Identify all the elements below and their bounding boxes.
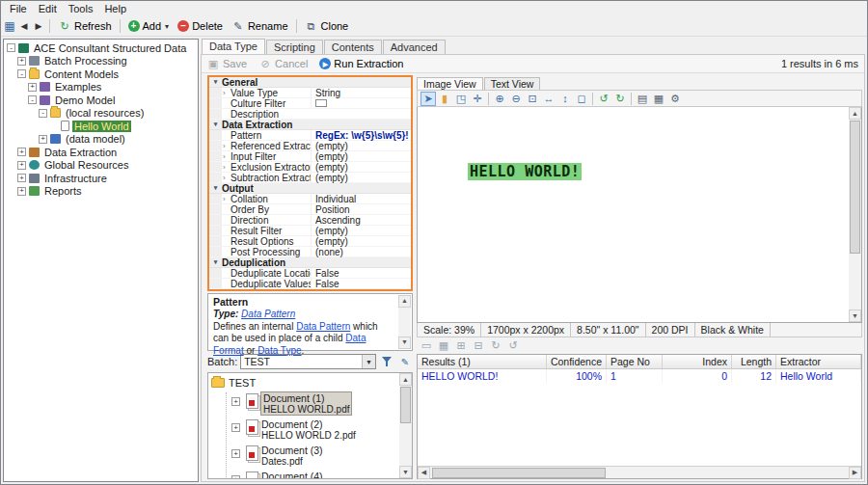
scroll-down-icon[interactable]: ▼ bbox=[849, 310, 861, 322]
column-header-extractor[interactable]: Extractor bbox=[776, 355, 861, 368]
property-value[interactable] bbox=[311, 98, 411, 109]
property-row[interactable]: ›Referenced Extractors(empty) bbox=[209, 141, 411, 151]
property-value[interactable]: (empty) bbox=[311, 141, 411, 151]
fit-height-icon[interactable]: ↕ bbox=[557, 92, 573, 106]
doc-expand-icon[interactable]: + bbox=[231, 397, 240, 406]
clone-button[interactable]: ⧉ Clone bbox=[301, 18, 353, 34]
zoom-out-icon[interactable]: ⊖ bbox=[508, 92, 524, 106]
canvas-scrollbar[interactable]: ▲ ▼ bbox=[849, 107, 861, 322]
add-dropdown-icon[interactable]: ▾ bbox=[165, 22, 169, 31]
nav-back-icon[interactable]: ◀ bbox=[17, 19, 31, 33]
save-view-icon[interactable]: ▦ bbox=[651, 92, 666, 106]
run-extraction-button[interactable]: ▶ Run Extraction bbox=[314, 57, 408, 70]
scroll-left-icon[interactable]: ◀ bbox=[418, 467, 430, 479]
property-row[interactable]: Description bbox=[209, 109, 411, 120]
rotate-left-icon[interactable]: ↺ bbox=[596, 92, 611, 106]
doc-expand-icon[interactable]: + bbox=[231, 423, 240, 432]
expander-icon[interactable]: › bbox=[223, 152, 229, 161]
tree-toggle-icon[interactable]: + bbox=[39, 135, 47, 144]
tree-item[interactable]: -ACE Consultant Structured Data bbox=[4, 41, 198, 55]
property-row[interactable]: ›CollationIndividual bbox=[209, 194, 411, 204]
property-value[interactable]: (empty) bbox=[311, 236, 411, 247]
tree-toggle-icon[interactable]: - bbox=[17, 69, 26, 78]
tab-data-type[interactable]: Data Type bbox=[202, 39, 265, 54]
reload-icon[interactable]: ↻ bbox=[488, 338, 503, 353]
property-category[interactable]: ▾General bbox=[209, 77, 411, 88]
tab-scripting[interactable]: Scripting bbox=[266, 40, 323, 54]
property-value[interactable]: String bbox=[311, 88, 411, 98]
expander-icon[interactable]: › bbox=[223, 174, 229, 182]
zone-clear-icon[interactable]: ⊟ bbox=[471, 338, 486, 353]
scroll-right-icon[interactable]: ▶ bbox=[849, 467, 861, 479]
tree-toggle-icon[interactable]: - bbox=[7, 43, 15, 52]
property-row[interactable]: ›Input Filter(empty) bbox=[209, 151, 411, 162]
scroll-down-icon[interactable]: ▼ bbox=[398, 337, 411, 349]
doc-expand-icon[interactable]: + bbox=[231, 475, 240, 479]
batch-filter-icon[interactable] bbox=[379, 354, 394, 369]
batch-document[interactable]: +Document (4)HELLO WORLD 3.pdf bbox=[231, 471, 397, 479]
tree-toggle-icon[interactable]: + bbox=[28, 83, 37, 92]
property-row[interactable]: ›Value TypeString bbox=[209, 88, 411, 98]
zoom-actual-icon[interactable]: ⊡ bbox=[525, 92, 540, 106]
column-header-page-no[interactable]: Page No bbox=[607, 355, 663, 368]
property-value[interactable]: (none) bbox=[311, 247, 411, 257]
column-header-confidence[interactable]: Confidence bbox=[547, 355, 607, 368]
property-category[interactable]: ▾Output bbox=[209, 183, 411, 194]
zoom-window-icon[interactable]: ◳ bbox=[453, 92, 469, 106]
zoom-in-icon[interactable]: ⊕ bbox=[492, 92, 507, 106]
document-canvas[interactable]: HELLO WORLD! ▲ ▼ bbox=[417, 107, 862, 323]
add-button[interactable]: + Add ▾ bbox=[124, 19, 174, 33]
property-row[interactable]: Deduplicate LocationsFalse bbox=[209, 268, 411, 279]
scrollbar-thumb[interactable] bbox=[850, 121, 860, 254]
result-row[interactable]: HELLO WORLD!100%1012Hello World bbox=[418, 369, 861, 383]
document-label[interactable]: Document (2)HELLO WORLD 2.pdf bbox=[261, 418, 356, 441]
property-row[interactable]: Post Processing(none) bbox=[209, 247, 411, 257]
property-row[interactable]: ›Exclusion Extractor(empty) bbox=[209, 162, 411, 173]
batch-document[interactable]: +Document (2)HELLO WORLD 2.pdf bbox=[231, 418, 397, 441]
property-row[interactable]: PatternRegEx: \w{5}\s\w{5}! bbox=[209, 130, 411, 141]
property-row[interactable]: Order ByPosition bbox=[209, 204, 411, 215]
property-value[interactable]: Position bbox=[311, 204, 411, 215]
expander-icon[interactable]: › bbox=[223, 163, 229, 172]
column-header-index[interactable]: Index bbox=[663, 355, 732, 368]
batch-document[interactable]: +Document (1)HELLO WORLD.pdf bbox=[231, 392, 397, 415]
scrollbar-thumb[interactable] bbox=[432, 468, 606, 478]
property-row[interactable]: ›Subtraction Extractor(empty) bbox=[209, 173, 411, 183]
tree-toggle-icon[interactable]: + bbox=[17, 57, 26, 66]
batch-edit-icon[interactable]: ✎ bbox=[397, 354, 413, 369]
document-label[interactable]: Document (3)Dates.pdf bbox=[261, 445, 323, 467]
batch-tree-scrollbar[interactable]: ▲ ▼ bbox=[399, 373, 412, 478]
property-row[interactable]: Culture Filter bbox=[209, 98, 411, 109]
menu-tools[interactable]: Tools bbox=[63, 2, 99, 15]
tree-panel-toggle-icon[interactable]: ▦ bbox=[3, 19, 16, 33]
tab-contents[interactable]: Contents bbox=[324, 40, 382, 54]
tree-toggle-icon[interactable]: + bbox=[17, 161, 26, 170]
tab-image-view[interactable]: Image View bbox=[417, 77, 483, 90]
zone-add-icon[interactable]: ⊞ bbox=[453, 338, 469, 353]
property-row[interactable]: Result Options(empty) bbox=[209, 236, 411, 247]
tree-item[interactable]: +Infrastructure bbox=[4, 172, 198, 185]
fit-page-icon[interactable]: ◻ bbox=[574, 92, 589, 106]
zone-grid-icon[interactable]: ▦ bbox=[436, 338, 451, 353]
scroll-up-icon[interactable]: ▲ bbox=[399, 373, 412, 386]
empty-value-box[interactable] bbox=[315, 99, 327, 107]
save-button[interactable]: ▣ Save bbox=[202, 56, 252, 71]
tree-item[interactable]: -(local resources) bbox=[4, 107, 198, 121]
scroll-up-icon[interactable]: ▲ bbox=[849, 107, 861, 120]
property-value[interactable]: RegEx: \w{5}\s\w{5}! bbox=[311, 130, 411, 141]
help-scrollbar[interactable]: ▲ ▼ bbox=[398, 295, 411, 349]
refresh-button[interactable]: ↻ Refresh bbox=[54, 18, 116, 34]
rotate-right-icon[interactable]: ↻ bbox=[612, 92, 628, 106]
batch-root[interactable]: TEST bbox=[211, 375, 397, 391]
document-label[interactable]: Document (4)HELLO WORLD 3.pdf bbox=[261, 471, 356, 479]
results-hscrollbar[interactable]: ◀ ▶ bbox=[418, 466, 861, 478]
menu-file[interactable]: File bbox=[4, 2, 33, 15]
expander-icon[interactable]: › bbox=[223, 89, 229, 97]
expander-icon[interactable]: › bbox=[223, 195, 229, 203]
property-value[interactable]: (empty) bbox=[311, 162, 411, 173]
doc-expand-icon[interactable]: + bbox=[231, 449, 240, 458]
rename-button[interactable]: ✎ Rename bbox=[228, 18, 292, 34]
scroll-up-icon[interactable]: ▲ bbox=[398, 295, 411, 308]
tree-item[interactable]: -Demo Model bbox=[4, 94, 198, 107]
tree-item[interactable]: +Examples bbox=[4, 81, 198, 94]
